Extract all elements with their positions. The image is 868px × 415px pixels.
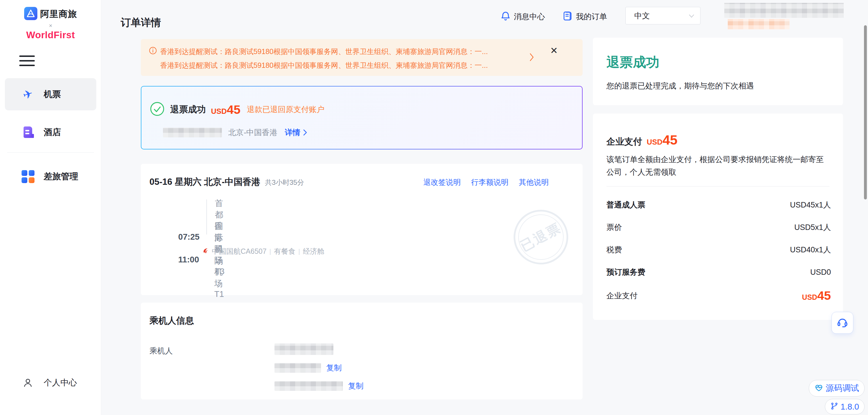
air-china-logo-icon <box>202 247 209 256</box>
hotel-icon <box>22 126 34 138</box>
flight-policy-links: 退改签说明 行李额说明 其他说明 <box>423 177 549 187</box>
other-policy-link[interactable]: 其他说明 <box>519 177 549 187</box>
payment-title: 企业支付 <box>607 136 642 148</box>
refund-note: 退款已退回原支付账户 <box>247 104 324 115</box>
source-debug-label: 源码调试 <box>826 383 859 394</box>
redacted-account-badge <box>728 19 789 29</box>
sidebar-item-hotel[interactable]: 酒店 <box>5 116 96 148</box>
plane-icon: ✈ <box>22 88 34 101</box>
language-select[interactable]: 中文 <box>625 7 701 25</box>
grid-icon <box>22 170 34 183</box>
message-center-button[interactable]: 消息中心 <box>500 9 545 24</box>
chevron-right-icon <box>303 129 307 136</box>
order-detail-page: 阿里商旅 × WorldFirst ✈ 机票 酒店 差旅管理 个人中心 订单详情 <box>0 0 868 415</box>
heartbeat-icon <box>814 383 824 393</box>
refund-policy-link[interactable]: 退改签说明 <box>423 177 461 187</box>
sidebar-item-travel-management[interactable]: 差旅管理 <box>5 160 96 193</box>
sidebar-item-flights[interactable]: ✈ 机票 <box>5 78 96 110</box>
passenger-section-title: 乘机人信息 <box>150 315 194 327</box>
chevron-right-icon[interactable] <box>529 53 534 63</box>
alibaba-trip-logo-icon <box>24 7 37 21</box>
airline-flight-number: 中国国航CA6507 <box>212 247 267 256</box>
my-orders-button[interactable]: 我的订单 <box>562 9 607 24</box>
refund-result-title: 退票成功 <box>607 54 659 71</box>
payment-total-amount: USD45 <box>802 289 831 302</box>
payment-amount: USD45 <box>647 133 677 147</box>
passenger-id-row: 复制 <box>275 363 364 373</box>
redacted-ticket-number <box>275 381 343 391</box>
sidebar-item-personal-center[interactable]: 个人中心 <box>5 371 96 394</box>
fare-row: 预订服务费USD0 <box>607 267 831 277</box>
notice-line: 香港到达提醒测试：路良测试59180根据中国领事服务网、世界卫生组织、柬埔寨旅游… <box>160 47 488 56</box>
brand-separator: × <box>49 23 52 29</box>
customer-service-button[interactable] <box>832 312 853 334</box>
passenger-name-row <box>275 344 364 355</box>
info-icon <box>149 46 157 56</box>
payment-description: 该笔订单全额由企业支付，根据公司要求报销凭证将统一邮寄至公司，个人无需领取 <box>607 153 831 179</box>
passenger-ticket-row: 复制 <box>275 381 364 391</box>
notice-line: 香港到达提醒测试：路良测试59180根据中国领事服务网、世界卫生组织、柬埔寨旅游… <box>160 61 488 70</box>
refund-amount: USD45 <box>211 103 241 116</box>
orders-icon <box>562 11 573 23</box>
passenger-info-card: 乘机人信息 乘机人 复制 复制 <box>141 302 583 400</box>
version-button[interactable]: 1.8.0 <box>825 399 865 414</box>
source-debug-button[interactable]: 源码调试 <box>809 380 865 396</box>
notice-banner: 香港到达提醒测试：路良测试59180根据中国领事服务网、世界卫生组织、柬埔寨旅游… <box>141 39 583 76</box>
copy-button[interactable]: 复制 <box>326 363 342 373</box>
flight-info-card: 05-16 星期六 北京-中国香港 共3小时35分 退改签说明 行李额说明 其他… <box>141 164 583 295</box>
redacted-passenger-id <box>275 363 321 373</box>
chevron-down-icon <box>689 14 694 19</box>
refund-result-card: 退票成功 您的退票已处理完成，期待与您的下次相遇 <box>593 38 843 105</box>
airline-info: 中国国航CA6507 | 有餐食 | 经济舱 <box>202 247 324 256</box>
payment-summary-card: 企业支付 USD45 该笔订单全额由企业支付，根据公司要求报销凭证将统一邮寄至公… <box>593 114 843 320</box>
check-circle-icon <box>150 102 164 117</box>
passenger-label: 乘机人 <box>150 346 173 356</box>
separator: | <box>298 248 300 255</box>
payment-total-row: 企业支付 USD45 <box>607 289 831 302</box>
sidebar-item-label: 差旅管理 <box>44 171 78 183</box>
person-icon <box>22 377 34 389</box>
separator: | <box>269 248 271 255</box>
baggage-policy-link[interactable]: 行李额说明 <box>471 177 508 187</box>
sidebar-item-label: 酒店 <box>44 126 61 138</box>
sidebar: 阿里商旅 × WorldFirst ✈ 机票 酒店 差旅管理 个人中心 <box>0 0 101 415</box>
fare-row: 税费USD40x1人 <box>607 245 831 255</box>
version-label: 1.8.0 <box>841 402 859 412</box>
redacted-account-name <box>724 3 843 18</box>
redacted-order-number <box>163 128 222 137</box>
bell-icon <box>500 11 511 23</box>
language-select-value: 中文 <box>634 11 650 21</box>
my-orders-label: 我的订单 <box>576 11 607 22</box>
arrive-time: 11:00 <box>178 255 199 264</box>
flight-duration: 共3小时35分 <box>265 178 304 187</box>
cabin-class: 经济舱 <box>303 247 324 256</box>
scrollbar-thumb[interactable] <box>864 25 867 199</box>
account-area-redacted[interactable] <box>724 3 843 29</box>
refunded-stamp-watermark: 已退票 <box>504 200 578 274</box>
refund-result-desc: 您的退票已处理完成，期待与您的下次相遇 <box>607 81 754 91</box>
fare-row: 票价USD5x1人 <box>607 222 831 232</box>
refund-status-card: 退票成功 USD45 退款已退回原支付账户 北京-中国香港 详情 <box>141 86 583 150</box>
meal-info: 有餐食 <box>274 247 296 256</box>
arrive-airport: 香港国际机场 T1 <box>214 220 226 299</box>
divider <box>607 186 830 187</box>
flight-date-route: 05-16 星期六 北京-中国香港 <box>150 176 260 188</box>
branch-icon <box>830 402 838 411</box>
details-link[interactable]: 详情 <box>285 127 307 138</box>
refund-route: 北京-中国香港 <box>228 127 277 138</box>
partner-brand-name: WorldFirst <box>26 30 75 40</box>
close-icon[interactable]: ✕ <box>550 46 558 55</box>
redacted-passenger-name <box>275 344 333 355</box>
sidebar-item-label: 个人中心 <box>44 377 77 389</box>
message-center-label: 消息中心 <box>514 11 545 22</box>
refund-status-text: 退票成功 <box>170 103 206 116</box>
menu-toggle-button[interactable] <box>19 56 35 67</box>
brand-logo: 阿里商旅 × WorldFirst <box>0 7 101 40</box>
sidebar-divider <box>7 152 94 153</box>
fare-row: 普通成人票USD45x1人 <box>607 200 831 210</box>
brand-name: 阿里商旅 <box>40 8 77 20</box>
copy-button[interactable]: 复制 <box>348 381 364 391</box>
sidebar-item-label: 机票 <box>44 89 61 100</box>
page-title: 订单详情 <box>121 16 161 29</box>
headset-icon <box>836 316 848 329</box>
